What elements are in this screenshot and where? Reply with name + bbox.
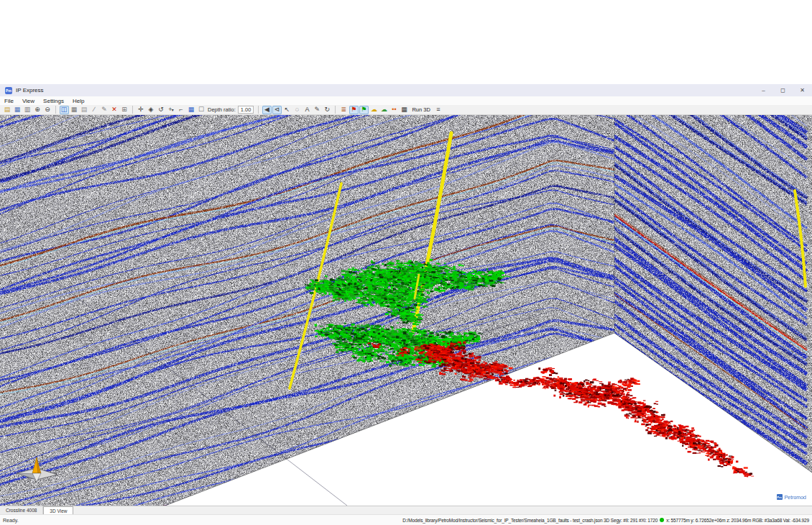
run-3d-button[interactable]: Run 3D (412, 106, 430, 113)
rotate-icon[interactable]: ◈ (147, 106, 156, 114)
toolbar: ▤ ▦ ▥ ⊕ ⊖ ◫ ▦ ▤ ∕ ✎ ✕ ⊞ ✛ ◈ ↺ +▾ ⌐ ▦ ☐ D… (0, 105, 812, 115)
refresh-icon[interactable]: ↻ (323, 106, 332, 114)
pick-icon[interactable]: ↖ (282, 106, 292, 114)
depth-checkbox[interactable]: ☐ (197, 106, 206, 114)
table-dark-icon[interactable]: ▦ (400, 106, 409, 114)
status-file-info: D:/Models_library/PetroMod/Instructor/Se… (402, 518, 658, 523)
orbit-icon[interactable]: ↺ (157, 106, 166, 114)
view-tab-bar: Crossline 4008 3D View (0, 506, 812, 514)
zoom-out-icon[interactable]: ⊖ (43, 106, 52, 114)
layers-icon[interactable]: ≣ (339, 106, 349, 114)
menu-bar: File View Settings Help (0, 96, 812, 105)
print-icon[interactable]: ▥ (23, 106, 32, 114)
probe-icon[interactable]: ⊲ (272, 106, 282, 114)
menu-view[interactable]: View (18, 96, 39, 105)
cloud-yellow-icon[interactable]: ☁ (369, 106, 379, 114)
pencil-icon[interactable]: ✎ (100, 106, 109, 114)
panel-view-icon[interactable]: ◫ (60, 106, 69, 114)
minimize-button[interactable]: – (754, 84, 773, 96)
seismic-3d-view[interactable] (0, 115, 812, 506)
menu-file[interactable]: File (0, 96, 18, 105)
list-icon[interactable]: ⊞ (120, 106, 129, 114)
toolbar-separator (258, 106, 259, 114)
ip-express-window: Pm IP Express – ◻ ✕ File View Settings H… (0, 84, 812, 525)
desktop: Pm IP Express – ◻ ✕ File View Settings H… (0, 0, 812, 525)
toolbar-separator (132, 106, 133, 114)
app-icon: Pm (5, 87, 12, 94)
fault-red-flag-icon[interactable]: ⚑ (349, 106, 359, 114)
chevron-down-icon: ▾ (172, 108, 174, 112)
cloud-green-icon[interactable]: ☁ (379, 106, 389, 114)
depth-ratio-label: Depth ratio: (208, 106, 236, 113)
toolbar-separator (55, 106, 56, 114)
title-bar[interactable]: Pm IP Express – ◻ ✕ (0, 84, 812, 96)
table-view-icon[interactable]: ▦ (70, 106, 79, 114)
restore-button[interactable]: ◻ (773, 84, 793, 96)
open-folder-icon[interactable]: ▤ (3, 106, 12, 114)
status-cursor-info: x: 557775m y: 6.72652e+06m z: 2034.96m R… (666, 518, 809, 523)
depth-ratio-value[interactable]: 1.00 (238, 106, 254, 114)
menu-icon[interactable]: ≡ (433, 106, 443, 114)
viewport: Pm Petromod (0, 115, 812, 506)
corner-icon[interactable]: ⌐ (177, 106, 186, 114)
dots-icon[interactable]: •• (389, 106, 399, 114)
grid-light-icon[interactable]: ▤ (80, 106, 89, 114)
petromod-logo: Pm Petromod (777, 494, 806, 500)
status-details: D:/Models_library/PetroMod/Instructor/Se… (402, 518, 809, 523)
window-title: IP Express (16, 87, 44, 93)
tab-3d-view[interactable]: 3D View (43, 506, 73, 514)
position-indicator-dot (660, 518, 664, 522)
tab-crossline-4008[interactable]: Crossline 4008 (0, 506, 43, 514)
delete-icon[interactable]: ✕ (110, 106, 119, 114)
draw-icon[interactable]: ✎ (313, 106, 322, 114)
close-button[interactable]: ✕ (793, 84, 812, 96)
status-message: Ready. (3, 518, 19, 523)
zoom-in-icon[interactable]: ⊕ (33, 106, 42, 114)
window-controls: – ◻ ✕ (754, 84, 812, 96)
grid-blue-icon[interactable]: ▦ (187, 106, 196, 114)
toolbar-separator (335, 106, 336, 114)
petromod-icon: Pm (777, 494, 783, 500)
slice-icon[interactable]: ∕ (90, 106, 99, 114)
menu-help[interactable]: Help (68, 96, 88, 105)
horizon-green-flag-icon[interactable]: ⚑ (359, 106, 369, 114)
pan-icon[interactable]: ✛ (137, 106, 146, 114)
text-icon[interactable]: A (303, 106, 312, 114)
save-icon[interactable]: ▦ (13, 106, 22, 114)
menu-settings[interactable]: Settings (39, 96, 68, 105)
orientation-compass-icon[interactable] (16, 456, 59, 488)
status-bar: Ready. D:/Models_library/PetroMod/Instru… (0, 514, 812, 525)
add-icon[interactable]: +▾ (167, 106, 176, 114)
select-back-icon[interactable]: ◀ (262, 106, 272, 114)
petromod-logo-text: Petromod (785, 495, 806, 500)
lasso-icon[interactable]: ◌ (292, 106, 302, 114)
